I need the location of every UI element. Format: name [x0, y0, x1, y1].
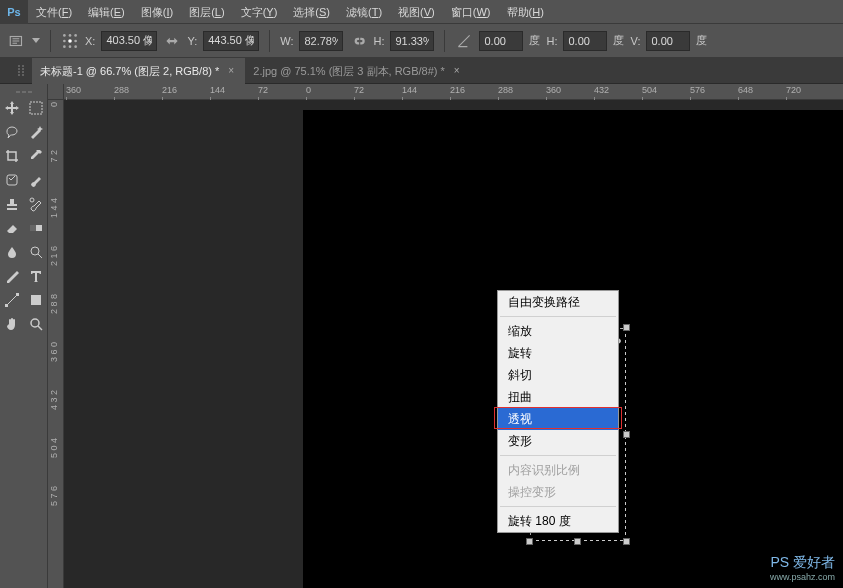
ruler-tick: 0	[49, 102, 59, 107]
reference-point-icon[interactable]	[61, 32, 79, 50]
document-tab[interactable]: 2.jpg @ 75.1% (图层 3 副本, RGB/8#) *×	[245, 58, 471, 84]
ruler-tick: 288	[498, 85, 513, 95]
transform-handle[interactable]	[623, 538, 630, 545]
transform-handle[interactable]	[623, 431, 630, 438]
tool-move[interactable]	[0, 96, 24, 120]
dropdown-icon[interactable]	[32, 38, 40, 43]
ruler-tick: 144	[210, 85, 225, 95]
v-label: V:	[630, 35, 640, 47]
canvas-viewport[interactable]	[64, 100, 843, 588]
svg-rect-10	[30, 102, 42, 114]
menu-w[interactable]: 窗口(W)	[443, 0, 499, 24]
options-bar: X: Y: W: H: 度 H: 度 V: 度	[0, 24, 843, 58]
svg-rect-17	[16, 293, 19, 296]
menu-v[interactable]: 视图(V)	[390, 0, 443, 24]
svg-rect-14	[30, 225, 36, 231]
v-unit: 度	[696, 33, 707, 48]
transform-handle[interactable]	[574, 538, 581, 545]
tool-marquee[interactable]	[24, 96, 48, 120]
menu-y[interactable]: 文字(Y)	[233, 0, 286, 24]
tool-heal[interactable]	[0, 168, 24, 192]
svg-point-6	[74, 39, 77, 42]
tool-lasso[interactable]	[0, 120, 24, 144]
tool-brush[interactable]	[24, 168, 48, 192]
svg-point-19	[31, 319, 39, 327]
transform-handle[interactable]	[623, 324, 630, 331]
context-menu-item[interactable]: 扭曲	[498, 386, 618, 408]
tool-crop[interactable]	[0, 144, 24, 168]
context-menu-item[interactable]: 旋转	[498, 342, 618, 364]
tool-type[interactable]	[24, 264, 48, 288]
v-input[interactable]	[646, 31, 690, 51]
context-menu-item[interactable]: 缩放	[498, 320, 618, 342]
context-menu-item[interactable]: 透视	[498, 408, 618, 430]
ruler-corner	[48, 84, 64, 100]
tool-eraser[interactable]	[0, 216, 24, 240]
ruler-tick: 5 7 6	[49, 486, 59, 506]
toolbox-handle[interactable]	[0, 88, 47, 96]
close-icon[interactable]: ×	[225, 65, 237, 77]
context-menu: 自由变换路径缩放旋转斜切扭曲透视变形内容识别比例操控变形旋转 180 度	[497, 290, 619, 533]
link-wh-icon[interactable]	[349, 32, 367, 50]
doc-handle-icon[interactable]	[12, 58, 32, 84]
ruler-tick: 72	[258, 85, 268, 95]
ruler-tick: 3 6 0	[49, 342, 59, 362]
ruler-tick: 7 2	[49, 150, 59, 163]
ruler-vertical: 07 21 4 42 1 62 8 83 6 04 3 25 0 45 7 6	[48, 100, 64, 588]
menu-s[interactable]: 选择(S)	[285, 0, 338, 24]
menu-e[interactable]: 编辑(E)	[80, 0, 133, 24]
x-input[interactable]	[101, 31, 157, 51]
tool-preset-icon[interactable]	[8, 32, 26, 50]
tool-gradient[interactable]	[24, 216, 48, 240]
context-menu-item[interactable]: 自由变换路径	[498, 291, 618, 313]
transform-handle[interactable]	[526, 538, 533, 545]
w-label: W:	[280, 35, 293, 47]
tool-hand[interactable]	[0, 312, 24, 336]
logo-text: Ps	[7, 6, 20, 18]
ruler-tick: 216	[162, 85, 177, 95]
tool-history[interactable]	[24, 192, 48, 216]
ruler-tick: 5 0 4	[49, 438, 59, 458]
tool-path[interactable]	[0, 288, 24, 312]
h2-unit: 度	[613, 33, 624, 48]
h-input[interactable]	[390, 31, 434, 51]
svg-point-7	[63, 45, 66, 48]
tab-label: 2.jpg @ 75.1% (图层 3 副本, RGB/8#) *	[253, 58, 445, 84]
tool-shape[interactable]	[24, 288, 48, 312]
menu-f[interactable]: 文件(F)	[28, 0, 80, 24]
tool-pen[interactable]	[0, 264, 24, 288]
tool-zoom[interactable]	[24, 312, 48, 336]
menu-separator	[500, 455, 616, 456]
swap-xy-icon[interactable]	[163, 32, 181, 50]
h2-input[interactable]	[563, 31, 607, 51]
context-menu-item[interactable]: 变形	[498, 430, 618, 452]
svg-rect-16	[5, 304, 8, 307]
menu-h[interactable]: 帮助(H)	[499, 0, 552, 24]
tool-blur[interactable]	[0, 240, 24, 264]
app-logo: Ps	[0, 0, 28, 24]
angle-icon	[455, 32, 473, 50]
ruler-tick: 2 1 6	[49, 246, 59, 266]
document-tab[interactable]: 未标题-1 @ 66.7% (图层 2, RGB/8) *×	[32, 58, 245, 84]
tool-eyedropper[interactable]	[24, 144, 48, 168]
watermark-sub: www.psahz.com	[770, 572, 835, 582]
ruler-tick: 4 3 2	[49, 390, 59, 410]
ruler-horizontal: 3602882161447207214421628836043250457664…	[64, 84, 843, 100]
tool-wand[interactable]	[24, 120, 48, 144]
context-menu-item[interactable]: 斜切	[498, 364, 618, 386]
ruler-tick: 360	[66, 85, 81, 95]
tab-label: 未标题-1 @ 66.7% (图层 2, RGB/8) *	[40, 58, 219, 84]
menu-separator	[500, 506, 616, 507]
context-menu-item[interactable]: 旋转 180 度	[498, 510, 618, 532]
w-input[interactable]	[299, 31, 343, 51]
svg-point-8	[69, 45, 72, 48]
tool-dodge[interactable]	[24, 240, 48, 264]
menu-t[interactable]: 滤镜(T)	[338, 0, 390, 24]
y-input[interactable]	[203, 31, 259, 51]
menu-l[interactable]: 图层(L)	[181, 0, 232, 24]
ruler-tick: 144	[402, 85, 417, 95]
menu-i[interactable]: 图像(I)	[133, 0, 181, 24]
angle-input[interactable]	[479, 31, 523, 51]
close-icon[interactable]: ×	[451, 65, 463, 77]
tool-stamp[interactable]	[0, 192, 24, 216]
